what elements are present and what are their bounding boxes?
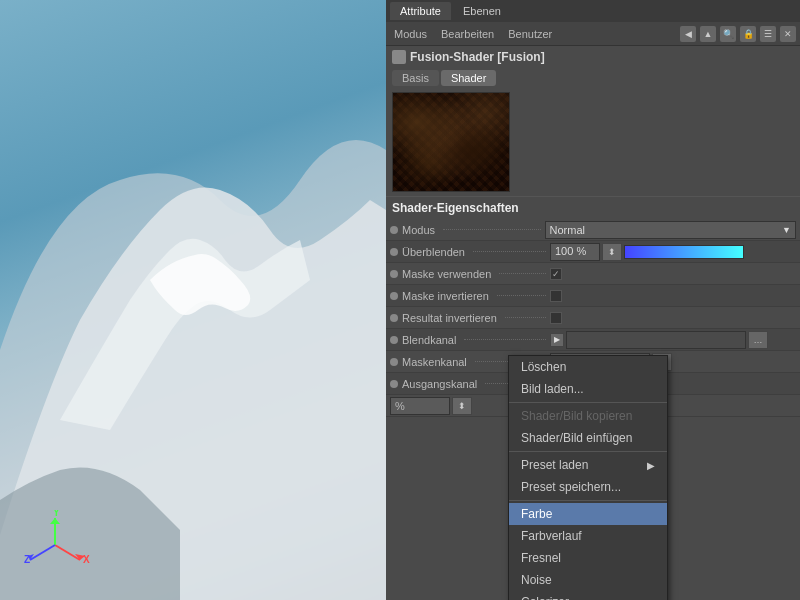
menu-item-loeschen[interactable]: Löschen <box>509 356 667 378</box>
texture-noise <box>393 93 509 191</box>
prop-row-ueberblenden: Überblenden 100 % ⬍ <box>386 241 800 263</box>
menu-item-shader-bild-einfuegen[interactable]: Shader/Bild einfügen <box>509 427 667 449</box>
menu-item-preset-speichern[interactable]: Preset speichern... <box>509 476 667 498</box>
prop-label-resultat-invertieren: Resultat invertieren <box>390 312 550 324</box>
svg-line-0 <box>55 545 80 560</box>
sub-tab-shader[interactable]: Shader <box>441 70 496 86</box>
maske-invertieren-checkbox[interactable] <box>550 290 562 302</box>
prop-dot-maske-verwenden <box>390 270 398 278</box>
menu-item-shader-bild-kopieren: Shader/Bild kopieren <box>509 405 667 427</box>
prop-row-resultat-invertieren: Resultat invertieren <box>386 307 800 329</box>
menu-separator-1 <box>509 402 667 403</box>
context-menu: Löschen Bild laden... Shader/Bild kopier… <box>508 355 668 600</box>
blendkanal-value: ▶ … <box>550 331 768 349</box>
ueberblenden-value: 100 % ⬍ <box>550 243 744 261</box>
menu-item-farbverlauf[interactable]: Farbverlauf <box>509 525 667 547</box>
extra-value: % ⬍ <box>390 397 472 415</box>
prop-label-modus: Modus <box>390 224 545 236</box>
toolbar-bearbeiten[interactable]: Bearbeiten <box>437 26 498 42</box>
menu-separator-2 <box>509 451 667 452</box>
extra-field[interactable]: % <box>390 397 450 415</box>
shader-icon <box>392 50 406 64</box>
nav-arrow-icon[interactable]: ▲ <box>700 26 716 42</box>
blendkanal-field[interactable] <box>566 331 746 349</box>
svg-text:Y: Y <box>53 510 60 518</box>
tab-attribute[interactable]: Attribute <box>390 2 451 20</box>
prop-label-maske-invertieren: Maske invertieren <box>390 290 550 302</box>
prop-label-ueberblenden: Überblenden <box>390 246 550 258</box>
menu-item-bild-laden[interactable]: Bild laden... <box>509 378 667 400</box>
maske-verwenden-checkbox[interactable]: ✓ <box>550 268 562 280</box>
preset-laden-arrow: ▶ <box>647 460 655 471</box>
tab-ebenen[interactable]: Ebenen <box>453 2 511 20</box>
search-icon[interactable]: 🔍 <box>720 26 736 42</box>
resultat-invertieren-checkbox[interactable] <box>550 312 562 324</box>
3d-viewport[interactable]: X Y Z <box>0 0 386 600</box>
prop-dot-modus <box>390 226 398 234</box>
menu-item-preset-laden[interactable]: Preset laden ▶ <box>509 454 667 476</box>
prop-dot-maske-invertieren <box>390 292 398 300</box>
menu-item-noise[interactable]: Noise <box>509 569 667 591</box>
menu-separator-3 <box>509 500 667 501</box>
svg-line-4 <box>30 545 55 560</box>
menu-item-farbe[interactable]: Farbe <box>509 503 667 525</box>
menu-icon[interactable]: ☰ <box>760 26 776 42</box>
maske-invertieren-value <box>550 290 562 302</box>
toolbar-icons: ◀ ▲ 🔍 🔒 ☰ ✕ <box>680 26 796 42</box>
svg-marker-3 <box>50 518 60 524</box>
prop-dot-ausgangskanal <box>390 380 398 388</box>
toolbar-benutzer[interactable]: Benutzer <box>504 26 556 42</box>
properties-panel: Attribute Ebenen Modus Bearbeiten Benutz… <box>386 0 800 600</box>
texture-preview[interactable] <box>392 92 510 192</box>
prop-dot-ueberblenden <box>390 248 398 256</box>
maske-verwenden-value: ✓ <box>550 268 562 280</box>
panel-toolbar: Modus Bearbeiten Benutzer ◀ ▲ 🔍 🔒 ☰ ✕ <box>386 22 800 46</box>
toolbar-modus[interactable]: Modus <box>390 26 431 42</box>
blendkanal-btn[interactable]: … <box>748 331 768 349</box>
dropdown-arrow: ▼ <box>782 225 791 235</box>
sub-tab-basis[interactable]: Basis <box>392 70 439 86</box>
ueberblenden-color-bar <box>624 245 744 259</box>
resultat-invertieren-value <box>550 312 562 324</box>
prop-dot-maskenkanal <box>390 358 398 366</box>
section-title: Shader-Eigenschaften <box>386 196 800 219</box>
prop-dot-blendkanal <box>390 336 398 344</box>
nav-left-icon[interactable]: ◀ <box>680 26 696 42</box>
menu-item-colorizer[interactable]: Colorizer <box>509 591 667 600</box>
close-icon[interactable]: ✕ <box>780 26 796 42</box>
extra-spin[interactable]: ⬍ <box>452 397 472 415</box>
ueberblenden-input[interactable]: 100 % <box>550 243 600 261</box>
axis-indicator: X Y Z <box>20 510 90 580</box>
prop-label-maske-verwenden: Maske verwenden <box>390 268 550 280</box>
prop-dot-resultat-invertieren <box>390 314 398 322</box>
prop-row-maske-verwenden: Maske verwenden ✓ <box>386 263 800 285</box>
shader-title: Fusion-Shader [Fusion] <box>410 50 545 64</box>
ueberblenden-spin[interactable]: ⬍ <box>602 243 622 261</box>
prop-row-blendkanal: Blendkanal ▶ … <box>386 329 800 351</box>
prop-row-maske-invertieren: Maske invertieren <box>386 285 800 307</box>
sub-tab-bar: Basis Shader <box>386 68 800 88</box>
lock-icon[interactable]: 🔒 <box>740 26 756 42</box>
modus-dropdown[interactable]: Normal ▼ <box>545 221 796 239</box>
menu-item-fresnel[interactable]: Fresnel <box>509 547 667 569</box>
main-tab-bar: Attribute Ebenen <box>386 0 800 22</box>
svg-text:Z: Z <box>24 554 30 565</box>
blendkanal-arrow[interactable]: ▶ <box>550 333 564 347</box>
shader-header: Fusion-Shader [Fusion] <box>386 46 800 68</box>
prop-label-blendkanal: Blendkanal <box>390 334 550 346</box>
svg-text:X: X <box>83 554 90 565</box>
prop-row-modus: Modus Normal ▼ <box>386 219 800 241</box>
